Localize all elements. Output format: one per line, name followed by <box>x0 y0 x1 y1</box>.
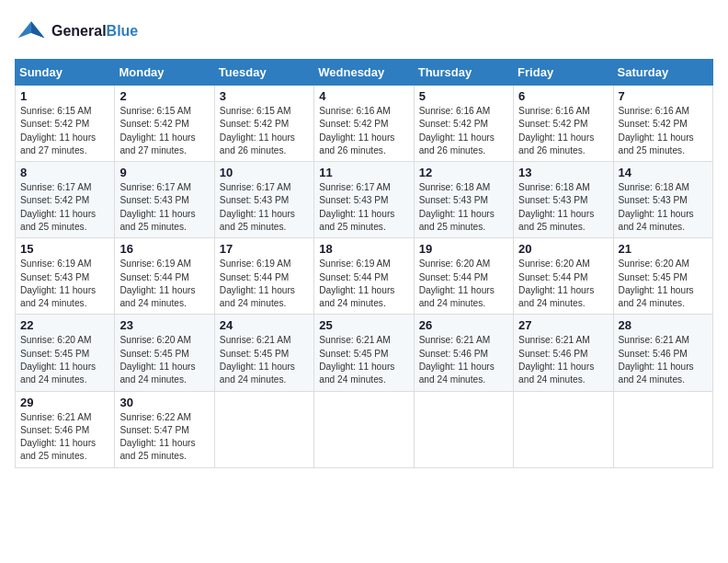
day-info: Sunrise: 6:21 AM Sunset: 5:45 PM Dayligh… <box>319 334 408 386</box>
calendar-cell: 7Sunrise: 6:16 AM Sunset: 5:42 PM Daylig… <box>613 86 712 162</box>
day-number: 9 <box>119 166 209 179</box>
calendar-cell <box>414 391 513 467</box>
calendar-header-row: SundayMondayTuesdayWednesdayThursdayFrid… <box>16 60 713 86</box>
calendar-cell: 24Sunrise: 6:21 AM Sunset: 5:45 PM Dayli… <box>214 315 313 391</box>
calendar-cell: 4Sunrise: 6:16 AM Sunset: 5:42 PM Daylig… <box>314 86 414 162</box>
calendar-header-monday: Monday <box>115 60 214 86</box>
day-number: 17 <box>220 242 309 256</box>
day-number: 4 <box>319 89 408 103</box>
day-number: 20 <box>518 242 608 256</box>
calendar-header-friday: Friday <box>514 60 613 86</box>
day-info: Sunrise: 6:16 AM Sunset: 5:42 PM Dayligh… <box>518 105 608 157</box>
day-number: 22 <box>20 318 109 332</box>
day-number: 2 <box>119 89 209 103</box>
day-number: 8 <box>20 166 109 179</box>
day-number: 3 <box>220 89 309 103</box>
calendar-cell: 27Sunrise: 6:21 AM Sunset: 5:46 PM Dayli… <box>514 315 613 391</box>
calendar-week-1: 1Sunrise: 6:15 AM Sunset: 5:42 PM Daylig… <box>16 86 713 162</box>
day-info: Sunrise: 6:20 AM Sunset: 5:45 PM Dayligh… <box>20 334 109 386</box>
calendar-cell: 2Sunrise: 6:15 AM Sunset: 5:42 PM Daylig… <box>115 86 214 162</box>
calendar-cell: 30Sunrise: 6:22 AM Sunset: 5:47 PM Dayli… <box>115 391 214 467</box>
calendar-cell: 17Sunrise: 6:19 AM Sunset: 5:44 PM Dayli… <box>214 238 313 315</box>
day-number: 23 <box>119 318 209 332</box>
calendar-cell: 10Sunrise: 6:17 AM Sunset: 5:43 PM Dayli… <box>214 162 313 238</box>
day-info: Sunrise: 6:16 AM Sunset: 5:42 PM Dayligh… <box>319 105 408 157</box>
calendar: SundayMondayTuesdayWednesdayThursdayFrid… <box>15 59 713 468</box>
day-number: 30 <box>119 396 209 409</box>
day-number: 21 <box>619 242 708 256</box>
calendar-cell: 22Sunrise: 6:20 AM Sunset: 5:45 PM Dayli… <box>16 315 115 391</box>
calendar-week-2: 8Sunrise: 6:17 AM Sunset: 5:42 PM Daylig… <box>16 162 713 238</box>
day-info: Sunrise: 6:21 AM Sunset: 5:46 PM Dayligh… <box>619 334 708 386</box>
day-info: Sunrise: 6:21 AM Sunset: 5:46 PM Dayligh… <box>419 334 508 386</box>
day-info: Sunrise: 6:18 AM Sunset: 5:43 PM Dayligh… <box>419 181 508 234</box>
calendar-cell: 15Sunrise: 6:19 AM Sunset: 5:43 PM Dayli… <box>16 238 115 315</box>
calendar-cell: 25Sunrise: 6:21 AM Sunset: 5:45 PM Dayli… <box>314 315 414 391</box>
calendar-cell: 8Sunrise: 6:17 AM Sunset: 5:42 PM Daylig… <box>16 162 115 238</box>
day-number: 19 <box>419 242 508 256</box>
logo-text: GeneralBlue <box>51 23 138 40</box>
logo: GeneralBlue <box>15 15 138 48</box>
day-info: Sunrise: 6:20 AM Sunset: 5:45 PM Dayligh… <box>619 258 708 310</box>
day-number: 1 <box>20 89 109 103</box>
day-info: Sunrise: 6:17 AM Sunset: 5:43 PM Dayligh… <box>119 181 209 234</box>
day-info: Sunrise: 6:20 AM Sunset: 5:44 PM Dayligh… <box>419 258 508 310</box>
day-number: 14 <box>619 166 708 179</box>
calendar-cell: 3Sunrise: 6:15 AM Sunset: 5:42 PM Daylig… <box>214 86 313 162</box>
svg-marker-1 <box>31 21 44 38</box>
day-info: Sunrise: 6:21 AM Sunset: 5:46 PM Dayligh… <box>518 334 608 386</box>
day-number: 28 <box>619 318 708 332</box>
calendar-cell: 12Sunrise: 6:18 AM Sunset: 5:43 PM Dayli… <box>414 162 513 238</box>
day-info: Sunrise: 6:17 AM Sunset: 5:43 PM Dayligh… <box>220 181 309 234</box>
day-info: Sunrise: 6:19 AM Sunset: 5:44 PM Dayligh… <box>119 258 209 310</box>
calendar-cell: 5Sunrise: 6:16 AM Sunset: 5:42 PM Daylig… <box>414 86 513 162</box>
calendar-cell: 16Sunrise: 6:19 AM Sunset: 5:44 PM Dayli… <box>115 238 214 315</box>
calendar-week-5: 29Sunrise: 6:21 AM Sunset: 5:46 PM Dayli… <box>16 391 713 467</box>
calendar-cell: 18Sunrise: 6:19 AM Sunset: 5:44 PM Dayli… <box>314 238 414 315</box>
day-number: 13 <box>518 166 608 179</box>
calendar-header-thursday: Thursday <box>414 60 513 86</box>
calendar-cell: 29Sunrise: 6:21 AM Sunset: 5:46 PM Dayli… <box>16 391 115 467</box>
day-info: Sunrise: 6:15 AM Sunset: 5:42 PM Dayligh… <box>220 105 309 157</box>
calendar-cell <box>514 391 613 467</box>
calendar-week-4: 22Sunrise: 6:20 AM Sunset: 5:45 PM Dayli… <box>16 315 713 391</box>
calendar-cell: 14Sunrise: 6:18 AM Sunset: 5:43 PM Dayli… <box>613 162 712 238</box>
calendar-cell: 9Sunrise: 6:17 AM Sunset: 5:43 PM Daylig… <box>115 162 214 238</box>
calendar-header-wednesday: Wednesday <box>314 60 414 86</box>
day-number: 6 <box>518 89 608 103</box>
day-info: Sunrise: 6:19 AM Sunset: 5:44 PM Dayligh… <box>220 258 309 310</box>
day-number: 26 <box>419 318 508 332</box>
day-number: 7 <box>619 89 708 103</box>
header: GeneralBlue <box>15 15 713 48</box>
day-number: 29 <box>20 396 109 409</box>
day-number: 27 <box>518 318 608 332</box>
calendar-cell <box>214 391 313 467</box>
day-number: 24 <box>220 318 309 332</box>
day-number: 5 <box>419 89 508 103</box>
day-info: Sunrise: 6:15 AM Sunset: 5:42 PM Dayligh… <box>119 105 209 157</box>
calendar-cell <box>314 391 414 467</box>
calendar-header-sunday: Sunday <box>16 60 115 86</box>
calendar-cell: 26Sunrise: 6:21 AM Sunset: 5:46 PM Dayli… <box>414 315 513 391</box>
calendar-header-saturday: Saturday <box>613 60 712 86</box>
day-number: 10 <box>220 166 309 179</box>
day-number: 18 <box>319 242 408 256</box>
calendar-header-tuesday: Tuesday <box>214 60 313 86</box>
day-info: Sunrise: 6:22 AM Sunset: 5:47 PM Dayligh… <box>119 411 209 464</box>
day-info: Sunrise: 6:18 AM Sunset: 5:43 PM Dayligh… <box>619 181 708 234</box>
calendar-cell: 21Sunrise: 6:20 AM Sunset: 5:45 PM Dayli… <box>613 238 712 315</box>
day-info: Sunrise: 6:15 AM Sunset: 5:42 PM Dayligh… <box>20 105 109 157</box>
calendar-cell: 1Sunrise: 6:15 AM Sunset: 5:42 PM Daylig… <box>16 86 115 162</box>
day-info: Sunrise: 6:16 AM Sunset: 5:42 PM Dayligh… <box>619 105 708 157</box>
day-number: 25 <box>319 318 408 332</box>
day-info: Sunrise: 6:19 AM Sunset: 5:44 PM Dayligh… <box>319 258 408 310</box>
day-info: Sunrise: 6:18 AM Sunset: 5:43 PM Dayligh… <box>518 181 608 234</box>
day-info: Sunrise: 6:16 AM Sunset: 5:42 PM Dayligh… <box>419 105 508 157</box>
calendar-cell: 28Sunrise: 6:21 AM Sunset: 5:46 PM Dayli… <box>613 315 712 391</box>
calendar-cell <box>613 391 712 467</box>
day-number: 12 <box>419 166 508 179</box>
day-info: Sunrise: 6:20 AM Sunset: 5:45 PM Dayligh… <box>119 334 209 386</box>
day-info: Sunrise: 6:19 AM Sunset: 5:43 PM Dayligh… <box>20 258 109 310</box>
calendar-cell: 13Sunrise: 6:18 AM Sunset: 5:43 PM Dayli… <box>514 162 613 238</box>
calendar-cell: 6Sunrise: 6:16 AM Sunset: 5:42 PM Daylig… <box>514 86 613 162</box>
